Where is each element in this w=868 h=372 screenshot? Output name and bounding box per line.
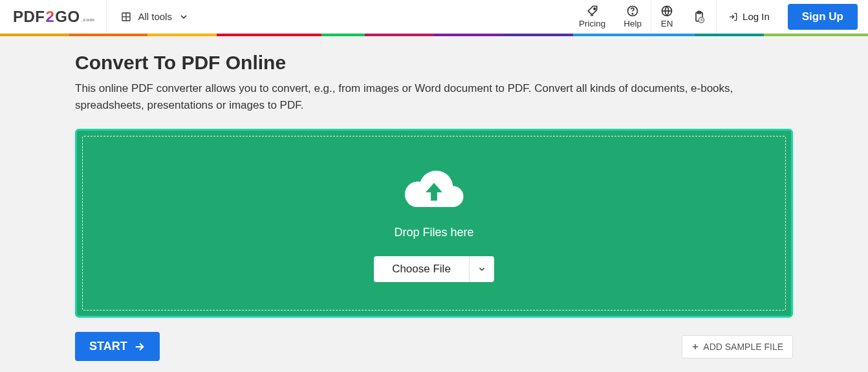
help-link[interactable]: Help (614, 0, 651, 33)
history-link[interactable] (682, 0, 716, 33)
login-icon (728, 12, 739, 22)
login-button[interactable]: Log In (717, 0, 781, 33)
add-sample-label: ADD SAMPLE FILE (703, 342, 783, 352)
all-tools-menu[interactable]: All tools (107, 0, 203, 33)
help-label: Help (624, 19, 642, 28)
svg-point-3 (594, 8, 596, 10)
clipboard-clock-icon (693, 10, 706, 23)
chevron-down-icon (477, 265, 486, 274)
top-header: PDF2GO .com All tools Pricing Help EN Lo… (0, 0, 868, 34)
all-tools-label: All tools (138, 11, 172, 22)
drop-label: Drop Files here (394, 226, 473, 239)
drop-zone[interactable]: Drop Files here Choose File (82, 136, 786, 311)
signup-button[interactable]: Sign Up (788, 4, 858, 30)
svg-point-5 (633, 14, 633, 14)
tag-icon (586, 5, 599, 17)
signup-label: Sign Up (802, 10, 843, 23)
help-icon (626, 5, 639, 17)
chevron-down-icon (179, 12, 189, 22)
logo-text-com: .com (81, 17, 95, 23)
start-label: START (89, 340, 127, 353)
logo-text-pdf: PDF (13, 8, 45, 26)
choose-file-dropdown[interactable] (469, 256, 494, 282)
grid-icon (121, 12, 131, 22)
login-label: Log In (743, 11, 770, 22)
cloud-upload-icon (400, 165, 468, 215)
language-label: EN (661, 19, 673, 28)
logo-text-go: GO (55, 8, 80, 26)
main-container: Convert To PDF Online This online PDF co… (75, 36, 793, 372)
plus-icon (691, 343, 699, 351)
language-selector[interactable]: EN (651, 0, 682, 33)
choose-file-button[interactable]: Choose File (374, 256, 469, 282)
logo[interactable]: PDF2GO .com (0, 0, 107, 33)
drop-panel: Drop Files here Choose File (75, 129, 793, 318)
globe-icon (660, 5, 673, 17)
pricing-label: Pricing (579, 19, 605, 28)
choose-file-label: Choose File (392, 263, 451, 275)
arrow-right-icon (134, 341, 146, 353)
page-title: Convert To PDF Online (75, 52, 793, 74)
add-sample-file-button[interactable]: ADD SAMPLE FILE (682, 335, 793, 358)
page-subtitle: This online PDF converter allows you to … (75, 80, 780, 113)
logo-text-2: 2 (45, 8, 56, 26)
choose-file-group: Choose File (374, 256, 494, 282)
bottom-row: START ADD SAMPLE FILE (75, 332, 793, 361)
pricing-link[interactable]: Pricing (570, 0, 614, 33)
start-button[interactable]: START (75, 332, 160, 361)
